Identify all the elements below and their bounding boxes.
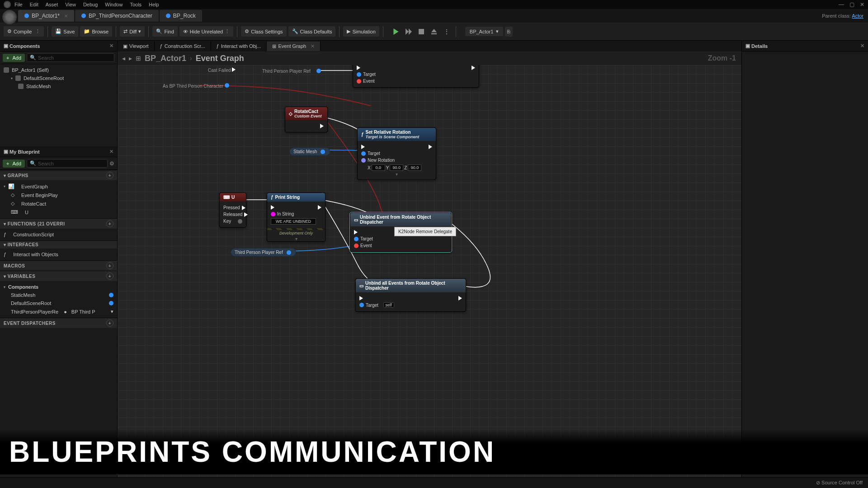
find-button[interactable]: 🔍Find (152, 26, 177, 37)
class-defaults-button[interactable]: 🔧Class Defaults (288, 26, 336, 37)
node-var-staticmesh[interactable]: Static Mesh (289, 147, 330, 156)
object-pin-out[interactable] (287, 250, 291, 255)
close-icon[interactable]: ✕ (64, 14, 68, 19)
exec-pin-released[interactable] (244, 212, 248, 217)
exec-pin-pressed[interactable] (242, 206, 245, 210)
add-macro-button[interactable]: + (106, 262, 113, 269)
section-interfaces[interactable]: ▾ INTERFACES (0, 240, 117, 249)
tab-interact[interactable]: ƒInteract with Obj... (211, 42, 267, 51)
target-pin[interactable] (361, 151, 366, 156)
chevron-down-icon[interactable]: ▾ (361, 172, 432, 177)
hide-unrelated-button[interactable]: 👁Hide Unrelated ⋮ (179, 26, 233, 37)
rot-y-input[interactable] (390, 164, 403, 171)
target-pin[interactable] (354, 237, 359, 241)
menu-edit[interactable]: Edit (30, 2, 38, 7)
chevron-down-icon[interactable]: ▾ (11, 76, 13, 80)
debug-target-dropdown[interactable]: BP_Actor1▾ (465, 27, 504, 36)
key-pin-out[interactable] (238, 219, 242, 224)
chevron-down-icon[interactable]: ⋮ (35, 28, 40, 34)
object-pin-out[interactable] (316, 69, 321, 73)
simulation-button[interactable]: ▶Simulation (343, 26, 379, 37)
section-functions[interactable]: ▾ FUNCTIONS (21 OVERRI + (0, 218, 117, 229)
node-header[interactable]: ▭Unbind Event from Rotate Object Dispatc… (350, 213, 451, 226)
step-button[interactable] (403, 26, 414, 37)
function-constructionscript[interactable]: ƒ ConstructionScript (0, 230, 117, 239)
graph-event-beginplay[interactable]: ◇ Event BeginPlay (0, 191, 117, 199)
object-pin-out[interactable] (225, 83, 229, 88)
exec-pin-in[interactable] (354, 230, 358, 235)
variable-defaultsceneroot[interactable]: DefaultSceneRoot (0, 299, 117, 307)
node-print-string[interactable]: ƒPrint String In String Development Only… (267, 192, 326, 242)
node-set-relative-rotation[interactable]: ƒ Set Relative RotationTarget is Scene C… (357, 127, 436, 180)
event-pin[interactable] (354, 244, 359, 248)
forward-button[interactable]: ▸ (129, 55, 132, 62)
variable-thirdpersonplayer[interactable]: ThirdPersonPlayerRe●BP Third P▾ (0, 307, 117, 316)
node-header[interactable]: ƒ Set Relative RotationTarget is Scene C… (358, 128, 436, 141)
add-variable-button[interactable]: + (106, 272, 113, 280)
section-variables[interactable]: ▾ VARIABLES + (0, 271, 117, 281)
exec-pin-in[interactable] (359, 296, 363, 300)
play-options-button[interactable]: ⋮ (441, 26, 452, 37)
string-value-input[interactable] (271, 218, 316, 225)
add-function-button[interactable]: + (106, 220, 113, 227)
add-component-button[interactable]: + Add (3, 54, 25, 62)
add-blueprint-button[interactable]: + Add (3, 160, 25, 168)
interface-interact[interactable]: ƒ Interact with Objects (0, 250, 117, 258)
object-pin-out[interactable] (321, 150, 325, 154)
menu-view[interactable]: View (65, 2, 76, 7)
exec-pin-out[interactable] (458, 296, 462, 300)
string-pin[interactable] (271, 212, 275, 216)
node-bind-event[interactable]: Target Event (353, 65, 479, 88)
node-rotatecact[interactable]: ◇ RotateCactCustom Event (285, 107, 328, 132)
rot-z-input[interactable] (408, 164, 421, 171)
close-icon[interactable]: ✕ (109, 43, 113, 49)
menu-file[interactable]: File (14, 2, 23, 7)
exec-pin-in[interactable] (271, 205, 274, 210)
diff-button[interactable]: ⇄Diff ▾ (120, 26, 145, 37)
target-pin[interactable] (359, 303, 364, 307)
graph-eventgraph[interactable]: ▾📊 EventGraph (0, 182, 117, 191)
node-header[interactable]: ◇ RotateCactCustom Event (285, 107, 327, 120)
tab-bp-thirdperson[interactable]: BP_ThirdPersonCharacter (75, 10, 159, 22)
breadcrumb-root[interactable]: BP_Actor1 (145, 54, 186, 63)
exec-pin-in[interactable] (357, 66, 360, 70)
node-header[interactable]: ƒPrint String (267, 193, 325, 202)
back-button[interactable]: ◂ (122, 55, 125, 62)
save-button[interactable]: 💾Save (52, 26, 78, 37)
rotation-pin[interactable] (361, 158, 366, 163)
node-var-thirdpersonref[interactable]: Third Person Player Ref (231, 248, 296, 257)
variable-staticmesh[interactable]: StaticMesh (0, 291, 117, 299)
target-pin[interactable] (357, 72, 361, 77)
tab-construction[interactable]: ƒConstruction Scr... (155, 42, 211, 51)
source-control-button[interactable]: ⊘ Source Control Off (816, 480, 863, 486)
close-icon[interactable]: ✕ (860, 43, 864, 49)
tab-bp-rock[interactable]: BP_Rock (160, 10, 202, 22)
gear-icon[interactable]: ⚙ (109, 160, 114, 167)
exec-pin-out[interactable] (232, 67, 236, 72)
node-header[interactable]: ⌨U (220, 193, 246, 202)
stop-button[interactable] (416, 26, 427, 37)
myblueprint-search-input[interactable]: 🔍 Search (27, 159, 108, 168)
graph-canvas[interactable]: Target Event Cast Failed Third Person Pl… (118, 65, 741, 479)
exec-pin-in[interactable] (361, 145, 365, 149)
tab-viewport[interactable]: ▣Viewport (118, 42, 155, 51)
section-graphs[interactable]: ▾ GRAPHS + (0, 170, 117, 180)
close-icon[interactable]: ✕ (109, 149, 113, 155)
event-pin[interactable] (357, 79, 361, 84)
exec-pin-out[interactable] (429, 145, 432, 149)
close-icon[interactable]: ✕ (311, 43, 315, 49)
tab-eventgraph[interactable]: ⊞Event Graph✕ (267, 42, 321, 51)
component-self[interactable]: BP_Actor1 (Self) (0, 66, 117, 74)
exec-pin-out[interactable] (472, 66, 475, 70)
node-unbind-all[interactable]: ▭Unbind all Events from Rotate Object Di… (355, 278, 466, 312)
menu-debug[interactable]: Debug (83, 2, 98, 7)
section-macros[interactable]: MACROS + (0, 260, 117, 271)
graph-u[interactable]: ⌨ U (0, 208, 117, 216)
parent-class-link[interactable]: Actor (852, 13, 863, 19)
add-dispatcher-button[interactable]: + (106, 319, 113, 327)
exec-pin-out[interactable] (320, 124, 324, 128)
node-input-u[interactable]: ⌨U Pressed Released Key (219, 192, 246, 228)
chevron-down-icon[interactable]: ⋮ (225, 28, 230, 34)
locate-button[interactable]: ⎘ (505, 27, 513, 37)
chevron-down-icon[interactable]: ▾ (267, 236, 325, 241)
